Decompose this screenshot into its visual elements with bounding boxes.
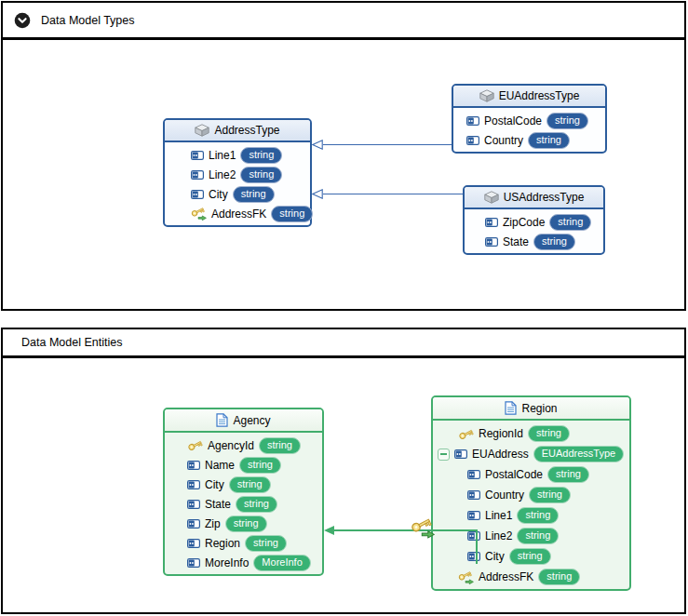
field-name: Line1: [485, 509, 512, 522]
field-type-badge[interactable]: string: [549, 214, 591, 231]
field-type-badge[interactable]: string: [533, 234, 575, 250]
entity-icon: [216, 413, 228, 427]
field-icon: [485, 237, 498, 247]
field-name: AgencyId: [208, 439, 254, 452]
field-icon: [187, 539, 200, 548]
field-name: Zip: [205, 517, 221, 530]
field-row[interactable]: AddressFK string: [165, 204, 310, 223]
field-row[interactable]: Line1 string: [433, 505, 629, 526]
field-row[interactable]: Line2 string: [165, 165, 310, 184]
type-box-header[interactable]: EUAddressType: [453, 86, 605, 108]
field-name: PostalCode: [484, 114, 542, 127]
inheritance-arrow-icon[interactable]: [312, 189, 323, 199]
primary-key-icon: [458, 426, 474, 442]
field-row[interactable]: Name string: [165, 455, 322, 475]
inheritance-arrow-icon[interactable]: [312, 140, 323, 150]
field-name: Line2: [485, 529, 512, 542]
field-type-badge[interactable]: string: [517, 528, 559, 544]
field-type-badge[interactable]: string: [225, 516, 267, 532]
field-row[interactable]: City string: [165, 475, 322, 494]
field-type-badge[interactable]: string: [528, 425, 570, 442]
field-type-badge[interactable]: string: [528, 132, 570, 149]
field-icon: [191, 151, 204, 160]
entity-box-region[interactable]: Region RegionId string EUAddress EUAddre…: [431, 395, 631, 591]
field-type-badge[interactable]: string: [538, 569, 580, 585]
field-type-badge[interactable]: string: [245, 535, 287, 552]
field-row[interactable]: PostalCode string: [433, 464, 629, 485]
entity-box-title: Agency: [233, 414, 270, 427]
field-row[interactable]: PostalCode string: [453, 111, 605, 130]
foreign-key-arrow-icon[interactable]: [324, 526, 334, 535]
field-row[interactable]: Zip string: [165, 514, 322, 533]
entity-box-body: AgencyId string Name string City string …: [165, 433, 322, 574]
type-box-title: USAddressType: [504, 191, 585, 204]
field-name: Country: [484, 134, 523, 147]
field-row[interactable]: Country string: [453, 130, 605, 150]
field-name: Region: [205, 537, 240, 550]
type-box-body: ZipCode string State string: [465, 209, 603, 253]
complex-type-icon: [479, 89, 494, 102]
field-row[interactable]: Region string: [165, 533, 322, 553]
field-row[interactable]: Line1 string: [165, 145, 310, 165]
field-row[interactable]: MoreInfo MoreInfo: [165, 553, 322, 572]
field-name: Country: [485, 489, 524, 502]
field-type-badge[interactable]: string: [233, 186, 275, 203]
field-name: Name: [205, 459, 235, 472]
field-row[interactable]: City string: [433, 546, 629, 567]
entities-panel-header: Data Model Entities: [3, 329, 684, 358]
field-name: PostalCode: [485, 468, 543, 481]
entity-icon: [505, 401, 517, 415]
foreign-key-line[interactable]: [333, 529, 477, 531]
foreign-key-icon: [458, 569, 474, 585]
field-name: City: [209, 188, 228, 201]
field-row[interactable]: ZipCode string: [465, 212, 603, 232]
type-box-usaddresstype[interactable]: USAddressType ZipCode string State strin…: [463, 185, 605, 255]
field-type-badge[interactable]: string: [547, 466, 589, 483]
field-name: State: [503, 235, 529, 248]
field-type-badge[interactable]: string: [546, 113, 588, 129]
field-type-badge[interactable]: string: [236, 496, 277, 513]
field-type-badge[interactable]: string: [517, 507, 559, 524]
type-box-addresstype[interactable]: AddressType Line1 string Line2 string Ci…: [163, 118, 312, 227]
entity-box-title: Region: [521, 402, 557, 415]
types-panel-title: Data Model Types: [41, 14, 135, 27]
foreign-key-connector-icon[interactable]: [411, 516, 435, 540]
type-box-euaddresstype[interactable]: EUAddressType PostalCode string Country …: [452, 84, 607, 154]
field-type-badge[interactable]: MoreInfo: [253, 555, 310, 571]
field-row[interactable]: AddressFK string: [433, 567, 629, 587]
foreign-key-icon: [191, 206, 207, 221]
entity-box-agency[interactable]: Agency AgencyId string Name string City …: [163, 408, 324, 576]
field-row[interactable]: AgencyId string: [165, 435, 322, 455]
field-row[interactable]: RegionId string: [433, 423, 629, 444]
field-row[interactable]: EUAddress EUAddressType: [433, 444, 629, 464]
type-box-header[interactable]: AddressType: [165, 120, 310, 142]
field-type-badge[interactable]: string: [509, 548, 551, 565]
field-type-badge[interactable]: string: [271, 206, 313, 222]
foreign-key-line-vertical[interactable]: [476, 529, 478, 564]
type-box-header[interactable]: USAddressType: [465, 187, 603, 209]
field-type-badge[interactable]: string: [229, 476, 271, 493]
inheritance-line-us[interactable]: [323, 194, 463, 194]
field-type-badge[interactable]: string: [529, 487, 571, 503]
entity-box-header[interactable]: Region: [433, 397, 629, 421]
field-type-badge[interactable]: string: [239, 457, 281, 474]
field-icon: [187, 461, 200, 470]
field-type-badge[interactable]: string: [240, 147, 282, 164]
field-row[interactable]: City string: [165, 184, 310, 204]
field-type-badge[interactable]: EUAddressType: [533, 446, 624, 462]
types-panel: Data Model Types: [1, 1, 686, 311]
field-name: Line1: [209, 149, 236, 162]
field-type-badge[interactable]: string: [259, 437, 301, 454]
field-row[interactable]: State string: [465, 232, 603, 251]
chevron-down-circle-icon[interactable]: [14, 12, 31, 29]
field-icon: [466, 116, 479, 126]
field-row[interactable]: State string: [165, 494, 322, 514]
field-name: Line2: [209, 168, 236, 181]
field-icon: [466, 136, 479, 145]
field-type-badge[interactable]: string: [240, 167, 282, 183]
field-icon: [467, 531, 480, 541]
field-row[interactable]: Country string: [433, 485, 629, 505]
collapse-minus-icon[interactable]: [438, 449, 450, 461]
inheritance-line-eu[interactable]: [323, 144, 452, 145]
entity-box-header[interactable]: Agency: [165, 409, 322, 433]
